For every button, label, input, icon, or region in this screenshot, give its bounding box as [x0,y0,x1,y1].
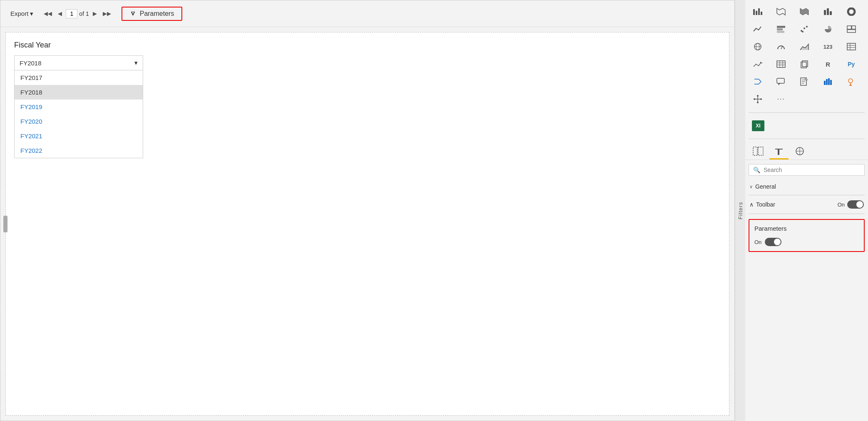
viz-icon-kpi[interactable] [749,56,767,72]
viz-icon-r-script[interactable]: R [819,56,837,72]
viz-icon-speech-bubble[interactable] [772,73,790,90]
svg-rect-44 [828,78,830,85]
parameters-button-label: Parameters [140,10,174,17]
viz-icon-more[interactable]: ··· [772,91,790,107]
toolbar-section-label: Toolbar [756,201,775,208]
resize-handle[interactable] [3,216,7,232]
viz-icon-hist-chart[interactable] [819,73,837,90]
svg-rect-12 [777,31,784,33]
svg-rect-11 [777,28,783,30]
viz-icon-table[interactable] [842,38,861,55]
fiscal-year-label: Fiscal Year [14,41,721,50]
xl-text: XI [756,123,760,129]
general-chevron-icon: ∨ [749,184,753,189]
toolbar-toggle[interactable] [847,200,864,209]
parameters-section-title: Parameters [754,225,859,232]
svg-rect-1 [756,11,757,15]
svg-point-9 [848,8,855,15]
search-icon: 🔍 [753,167,760,173]
viz-icon-copy[interactable] [795,56,813,72]
svg-rect-6 [824,10,826,15]
general-section-header[interactable]: ∨ General [745,180,868,193]
dropdown-item-fy2022[interactable]: FY2022 [15,143,143,158]
viz-icon-scatter[interactable] [795,21,813,37]
svg-point-15 [806,26,808,27]
svg-rect-10 [777,26,785,28]
svg-point-14 [804,27,805,29]
selected-value-text: FY2018 [20,60,42,67]
viz-icon-filled-map[interactable] [795,3,813,20]
svg-rect-8 [830,11,832,15]
viz-icon-card[interactable]: 123 [819,38,837,55]
toolbar-section-left: ∧ Toolbar [749,201,775,208]
fiscal-year-dropdown: FY2018 ▾ FY2017 FY2018 FY2019 FY2020 FY2… [14,55,143,158]
dropdown-list: FY2017 FY2018 FY2019 FY2020 FY2021 FY202… [14,70,143,158]
viz-icon-gauge[interactable] [772,38,790,55]
viz-icon-paginated-report[interactable] [795,73,813,90]
parameters-toggle[interactable] [765,238,781,246]
viz-icon-area-chart[interactable] [795,38,813,55]
divider-toolbar [749,214,865,214]
dropdown-item-fy2019[interactable]: FY2019 [15,100,143,114]
search-bar: 🔍 [749,164,865,176]
page-number-input[interactable] [66,9,77,18]
viz-icon-stacked-bar[interactable] [772,21,790,37]
divider-general [749,195,865,195]
svg-rect-45 [830,80,832,85]
viz-icon-bargroup[interactable] [749,3,767,20]
toolbar-toggle-group: On [838,200,864,209]
dropdown-selected-value[interactable]: FY2018 ▾ [14,55,143,70]
viz-icon-matrix[interactable] [772,56,790,72]
dropdown-item-fy2020[interactable]: FY2020 [15,114,143,129]
dropdown-item-fy2017[interactable]: FY2017 [15,70,143,85]
nav-prev-button[interactable]: ◀ [56,10,64,17]
svg-point-16 [802,31,804,32]
svg-rect-56 [758,147,763,155]
dropdown-item-fy2018[interactable]: FY2018 [15,85,143,100]
svg-point-51 [754,98,755,100]
svg-marker-28 [760,62,763,63]
svg-rect-58 [778,149,779,155]
parameters-button[interactable]: ⛛ Parameters [122,7,183,21]
nav-next-button[interactable]: ▶ [91,10,99,17]
general-label: General [755,183,776,190]
svg-point-52 [757,95,759,97]
parameters-toggle-label: On [754,239,761,245]
viz-icon-decomp-tree[interactable] [749,91,767,107]
page-of-label: of 1 [79,10,89,17]
tab-build[interactable] [749,144,768,159]
viz-icons-grid: 123 R Py [745,0,868,111]
filters-label: Filters [735,0,745,421]
viz-divider-2 [749,139,865,139]
viz-icon-pie[interactable] [819,21,837,37]
report-canvas: Fiscal Year FY2018 ▾ FY2017 FY2018 FY201… [5,32,729,416]
search-input[interactable] [764,167,860,173]
xl-icon-row: XI [745,115,868,137]
viz-icon-treemap[interactable] [842,21,861,37]
viz-icon-power-automate[interactable] [749,73,767,90]
excel-icon[interactable]: XI [752,120,764,131]
svg-rect-0 [753,9,755,15]
viz-icon-globe[interactable] [749,38,767,55]
viz-icon-pin[interactable] [842,73,861,90]
viz-icon-line-chart[interactable] [749,21,767,37]
export-button[interactable]: Export ▾ [7,8,37,19]
viz-icon-map[interactable] [772,3,790,20]
viz-icon-donut[interactable] [842,3,861,20]
dropdown-item-fy2021[interactable]: FY2021 [15,129,143,143]
svg-rect-17 [847,26,851,29]
svg-rect-35 [802,61,808,67]
viz-icon-column-chart[interactable] [819,3,837,20]
tab-analytics[interactable] [790,144,809,159]
svg-rect-19 [847,30,856,32]
svg-rect-29 [777,61,785,67]
viz-icon-python[interactable]: Py [842,56,861,72]
report-area: Export ▾ ◀◀ ◀ of 1 ▶ ▶▶ ⛛ Parameters Fis… [0,0,735,421]
tab-format[interactable] [769,144,789,159]
export-chevron-icon: ▾ [30,10,33,17]
svg-point-46 [848,79,853,83]
nav-last-button[interactable]: ▶▶ [101,10,113,17]
svg-rect-2 [758,8,760,15]
toolbar-expand-icon: ∧ [749,201,754,208]
nav-first-button[interactable]: ◀◀ [42,10,54,17]
